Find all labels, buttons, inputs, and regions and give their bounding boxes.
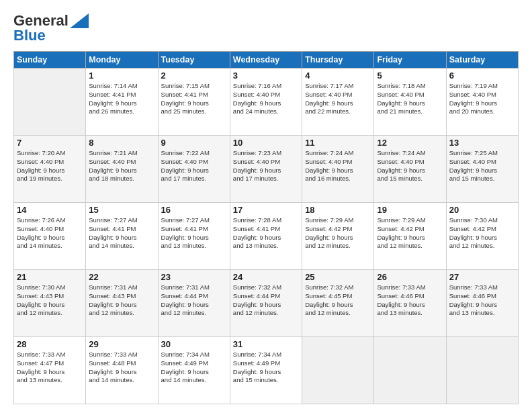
day-info: Sunrise: 7:33 AMSunset: 4:47 PMDaylight:… — [17, 351, 83, 385]
day-info: Sunrise: 7:32 AMSunset: 4:45 PMDaylight:… — [305, 283, 371, 318]
day-number: 1 — [89, 71, 154, 81]
calendar-week-4: 28Sunrise: 7:33 AMSunset: 4:47 PMDayligh… — [14, 337, 519, 404]
calendar-cell: 26Sunrise: 7:33 AMSunset: 4:46 PMDayligh… — [374, 270, 446, 337]
calendar-cell: 31Sunrise: 7:34 AMSunset: 4:49 PMDayligh… — [230, 337, 302, 404]
day-number: 25 — [305, 272, 371, 282]
calendar-cell: 20Sunrise: 7:30 AMSunset: 4:42 PMDayligh… — [446, 203, 518, 270]
day-number: 17 — [233, 205, 299, 215]
day-info: Sunrise: 7:15 AMSunset: 4:41 PMDaylight:… — [161, 82, 227, 116]
weekday-header-thursday: Thursday — [302, 52, 374, 68]
day-number: 9 — [161, 138, 227, 148]
calendar-cell — [446, 337, 518, 404]
day-info: Sunrise: 7:17 AMSunset: 4:40 PMDaylight:… — [305, 82, 371, 116]
day-number: 16 — [161, 205, 227, 215]
calendar-week-0: 1Sunrise: 7:14 AMSunset: 4:41 PMDaylight… — [14, 68, 519, 136]
logo-icon — [70, 13, 89, 28]
day-info: Sunrise: 7:27 AMSunset: 4:41 PMDaylight:… — [161, 216, 227, 250]
day-number: 14 — [17, 205, 83, 215]
day-number: 8 — [89, 138, 154, 148]
day-number: 12 — [377, 138, 443, 148]
calendar-cell: 16Sunrise: 7:27 AMSunset: 4:41 PMDayligh… — [158, 203, 230, 270]
day-info: Sunrise: 7:31 AMSunset: 4:43 PMDaylight:… — [89, 283, 154, 318]
calendar-cell: 24Sunrise: 7:32 AMSunset: 4:44 PMDayligh… — [230, 270, 302, 337]
day-info: Sunrise: 7:24 AMSunset: 4:40 PMDaylight:… — [305, 149, 371, 183]
calendar-cell: 14Sunrise: 7:26 AMSunset: 4:40 PMDayligh… — [14, 203, 86, 270]
day-info: Sunrise: 7:22 AMSunset: 4:40 PMDaylight:… — [161, 149, 227, 183]
calendar-body: 1Sunrise: 7:14 AMSunset: 4:41 PMDaylight… — [14, 68, 519, 404]
day-number: 22 — [89, 272, 154, 282]
day-number: 7 — [17, 138, 83, 148]
calendar-cell: 1Sunrise: 7:14 AMSunset: 4:41 PMDaylight… — [86, 68, 158, 136]
day-number: 29 — [89, 339, 154, 349]
day-number: 21 — [17, 272, 83, 282]
day-info: Sunrise: 7:25 AMSunset: 4:40 PMDaylight:… — [449, 149, 515, 183]
day-number: 24 — [233, 272, 299, 282]
calendar-cell: 9Sunrise: 7:22 AMSunset: 4:40 PMDaylight… — [158, 136, 230, 203]
day-info: Sunrise: 7:29 AMSunset: 4:42 PMDaylight:… — [305, 216, 371, 250]
day-info: Sunrise: 7:18 AMSunset: 4:40 PMDaylight:… — [377, 82, 443, 116]
day-info: Sunrise: 7:29 AMSunset: 4:42 PMDaylight:… — [377, 216, 443, 250]
calendar-cell: 19Sunrise: 7:29 AMSunset: 4:42 PMDayligh… — [374, 203, 446, 270]
calendar-week-2: 14Sunrise: 7:26 AMSunset: 4:40 PMDayligh… — [14, 203, 519, 270]
calendar-cell: 18Sunrise: 7:29 AMSunset: 4:42 PMDayligh… — [302, 203, 374, 270]
day-info: Sunrise: 7:30 AMSunset: 4:43 PMDaylight:… — [17, 283, 83, 318]
calendar-week-1: 7Sunrise: 7:20 AMSunset: 4:40 PMDaylight… — [14, 136, 519, 203]
day-info: Sunrise: 7:34 AMSunset: 4:49 PMDaylight:… — [233, 351, 299, 385]
weekday-header-sunday: Sunday — [14, 52, 86, 68]
day-number: 18 — [305, 205, 371, 215]
day-info: Sunrise: 7:31 AMSunset: 4:44 PMDaylight:… — [161, 283, 227, 318]
logo-blue-text: Blue — [13, 27, 46, 44]
day-number: 15 — [89, 205, 154, 215]
day-info: Sunrise: 7:14 AMSunset: 4:41 PMDaylight:… — [89, 82, 154, 116]
day-number: 10 — [233, 138, 299, 148]
day-info: Sunrise: 7:26 AMSunset: 4:40 PMDaylight:… — [17, 216, 83, 250]
day-info: Sunrise: 7:16 AMSunset: 4:40 PMDaylight:… — [233, 82, 299, 116]
calendar-cell: 25Sunrise: 7:32 AMSunset: 4:45 PMDayligh… — [302, 270, 374, 337]
day-number: 19 — [377, 205, 443, 215]
calendar-cell: 15Sunrise: 7:27 AMSunset: 4:41 PMDayligh… — [86, 203, 158, 270]
calendar-table: SundayMondayTuesdayWednesdayThursdayFrid… — [13, 51, 519, 404]
calendar-cell: 22Sunrise: 7:31 AMSunset: 4:43 PMDayligh… — [86, 270, 158, 337]
calendar-cell: 4Sunrise: 7:17 AMSunset: 4:40 PMDaylight… — [302, 68, 374, 136]
day-info: Sunrise: 7:28 AMSunset: 4:41 PMDaylight:… — [233, 216, 299, 250]
day-info: Sunrise: 7:24 AMSunset: 4:40 PMDaylight:… — [377, 149, 443, 183]
weekday-header-monday: Monday — [86, 52, 158, 68]
calendar-cell: 17Sunrise: 7:28 AMSunset: 4:41 PMDayligh… — [230, 203, 302, 270]
day-info: Sunrise: 7:19 AMSunset: 4:40 PMDaylight:… — [449, 82, 515, 116]
day-number: 13 — [449, 138, 515, 148]
day-number: 30 — [161, 339, 227, 349]
calendar-cell: 6Sunrise: 7:19 AMSunset: 4:40 PMDaylight… — [446, 68, 518, 136]
calendar-cell — [14, 68, 86, 136]
calendar-cell: 2Sunrise: 7:15 AMSunset: 4:41 PMDaylight… — [158, 68, 230, 136]
day-info: Sunrise: 7:33 AMSunset: 4:48 PMDaylight:… — [89, 351, 154, 385]
page: General Blue SundayMondayTuesdayWednesda… — [0, 0, 532, 411]
calendar-cell: 30Sunrise: 7:34 AMSunset: 4:49 PMDayligh… — [158, 337, 230, 404]
day-number: 27 — [449, 272, 515, 282]
day-info: Sunrise: 7:33 AMSunset: 4:46 PMDaylight:… — [377, 283, 443, 318]
logo: General Blue — [13, 12, 89, 44]
day-number: 20 — [449, 205, 515, 215]
day-number: 3 — [233, 71, 299, 81]
calendar-cell: 8Sunrise: 7:21 AMSunset: 4:40 PMDaylight… — [86, 136, 158, 203]
day-info: Sunrise: 7:30 AMSunset: 4:42 PMDaylight:… — [449, 216, 515, 250]
weekday-header-friday: Friday — [374, 52, 446, 68]
day-number: 31 — [233, 339, 299, 349]
day-info: Sunrise: 7:27 AMSunset: 4:41 PMDaylight:… — [89, 216, 154, 250]
day-number: 28 — [17, 339, 83, 349]
calendar-cell: 29Sunrise: 7:33 AMSunset: 4:48 PMDayligh… — [86, 337, 158, 404]
calendar-cell: 3Sunrise: 7:16 AMSunset: 4:40 PMDaylight… — [230, 68, 302, 136]
header: General Blue — [13, 12, 519, 44]
weekday-header-wednesday: Wednesday — [230, 52, 302, 68]
calendar-cell — [302, 337, 374, 404]
calendar-cell: 10Sunrise: 7:23 AMSunset: 4:40 PMDayligh… — [230, 136, 302, 203]
calendar-cell: 12Sunrise: 7:24 AMSunset: 4:40 PMDayligh… — [374, 136, 446, 203]
calendar-cell: 27Sunrise: 7:33 AMSunset: 4:46 PMDayligh… — [446, 270, 518, 337]
weekday-header-saturday: Saturday — [446, 52, 518, 68]
day-info: Sunrise: 7:21 AMSunset: 4:40 PMDaylight:… — [89, 149, 154, 183]
day-info: Sunrise: 7:20 AMSunset: 4:40 PMDaylight:… — [17, 149, 83, 183]
day-info: Sunrise: 7:34 AMSunset: 4:49 PMDaylight:… — [161, 351, 227, 385]
calendar-cell: 7Sunrise: 7:20 AMSunset: 4:40 PMDaylight… — [14, 136, 86, 203]
weekday-header-row: SundayMondayTuesdayWednesdayThursdayFrid… — [14, 52, 519, 68]
day-number: 2 — [161, 71, 227, 81]
calendar-cell — [374, 337, 446, 404]
